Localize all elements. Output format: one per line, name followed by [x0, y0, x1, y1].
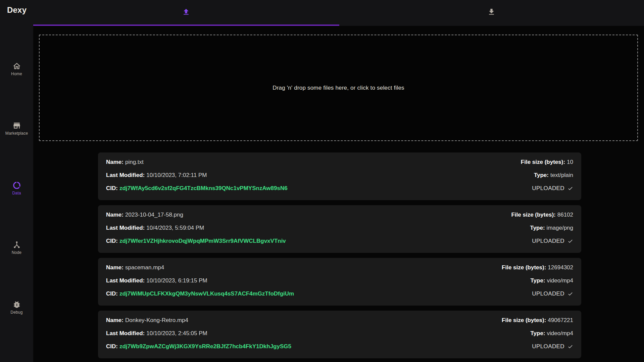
file-card: Name:ping.txt Last Modified:10/10/2023, … [98, 152, 581, 200]
file-card: Name:2023-10-04_17-58.png Last Modified:… [98, 205, 581, 253]
file-card-left: Name:spaceman.mp4 Last Modified:10/10/20… [106, 264, 294, 297]
file-cid-link[interactable]: zdj7WiMUpCLFKXkgQM3yNswVLKusq4sS7ACF4mGz… [119, 290, 294, 297]
file-status-row: UPLOADED [532, 290, 573, 297]
file-type-value: video/mp4 [547, 277, 573, 284]
home-icon [12, 62, 21, 71]
type-label: Type: [534, 172, 549, 178]
sidebar-item-label: Home [11, 72, 22, 76]
file-card-left: Name:2023-10-04_17-58.png Last Modified:… [106, 212, 286, 244]
file-name-row: Name:2023-10-04_17-58.png [106, 212, 286, 218]
status-badge: UPLOADED [532, 290, 564, 297]
file-size-value: 86102 [557, 212, 573, 218]
file-card-right: File size (bytes):10 Type:text/plain UPL… [521, 159, 573, 192]
file-status-row: UPLOADED [532, 343, 573, 350]
download-icon [487, 8, 496, 16]
cid-label: CID: [106, 238, 118, 244]
file-modified-value: 10/10/2023, 6:19:15 PM [146, 277, 207, 284]
file-modified-row: Last Modified:10/10/2023, 2:45:05 PM [106, 330, 291, 337]
app-logo: Dexy [0, 0, 33, 15]
file-size-value: 49067221 [548, 317, 573, 323]
file-size-value: 10 [567, 159, 573, 165]
file-cid-link[interactable]: zdj7Wfer1VZHjhkrovoDqjWpqMPmW3Srr9AfVWCL… [119, 238, 286, 244]
cid-label: CID: [106, 343, 118, 350]
file-cid-row: CID:zdj7Wb9ZpwAZCgWj3KGX9YsRRe2BJfZ7hcb4… [106, 343, 291, 350]
file-name-row: Name:Donkey-Kong-Retro.mp4 [106, 317, 291, 324]
file-type-value: text/plain [550, 172, 573, 178]
last-modified-label: Last Modified: [106, 172, 145, 178]
file-name-value: 2023-10-04_17-58.png [125, 212, 183, 218]
file-card-left: Name:ping.txt Last Modified:10/10/2023, … [106, 159, 288, 192]
file-modified-row: Last Modified:10/10/2023, 7:02:11 PM [106, 172, 288, 179]
upload-icon [182, 8, 190, 16]
sidebar-item-data[interactable]: Data [0, 181, 33, 195]
last-modified-label: Last Modified: [106, 225, 145, 231]
status-badge: UPLOADED [532, 343, 564, 350]
name-label: Name: [106, 264, 123, 271]
file-name-value: ping.txt [125, 159, 144, 165]
file-modified-value: 10/10/2023, 2:45:05 PM [146, 330, 207, 336]
sidebar-item-label: Node [12, 250, 22, 255]
name-label: Name: [106, 159, 123, 165]
last-modified-label: Last Modified: [106, 330, 145, 336]
file-type-value: image/png [547, 225, 573, 231]
file-size-value: 12694302 [548, 264, 573, 271]
check-icon [567, 186, 573, 191]
check-icon [567, 344, 573, 350]
tab-download[interactable] [339, 0, 644, 26]
file-status-row: UPLOADED [532, 238, 573, 244]
file-modified-value: 10/4/2023, 5:59:04 PM [146, 225, 204, 231]
file-modified-row: Last Modified:10/10/2023, 6:19:15 PM [106, 277, 294, 284]
cid-label: CID: [106, 290, 118, 297]
file-card-right: File size (bytes):49067221 Type:video/mp… [502, 317, 573, 350]
file-name-value: spaceman.mp4 [125, 264, 164, 271]
file-cid-link[interactable]: zdj7Wb9ZpwAZCgWj3KGX9YsRRe2BJfZ7hcb4FkY1… [119, 343, 291, 350]
file-name-row: Name:spaceman.mp4 [106, 264, 294, 271]
file-card-right: File size (bytes):86102 Type:image/png U… [511, 212, 573, 244]
name-label: Name: [106, 317, 123, 323]
check-icon [567, 291, 573, 297]
file-card: Name:Donkey-Kong-Retro.mp4 Last Modified… [98, 311, 581, 358]
file-type-row: Type:video/mp4 [530, 330, 573, 337]
file-size-label: File size (bytes): [502, 317, 546, 323]
file-name-row: Name:ping.txt [106, 159, 288, 166]
status-badge: UPLOADED [532, 185, 564, 192]
last-modified-label: Last Modified: [106, 277, 145, 284]
sidebar: Dexy Home Marketplace Data Node Debug [0, 0, 33, 362]
name-label: Name: [106, 212, 123, 218]
file-modified-value: 10/10/2023, 7:02:11 PM [146, 172, 207, 178]
file-card-left: Name:Donkey-Kong-Retro.mp4 Last Modified… [106, 317, 291, 350]
tab-upload[interactable] [33, 0, 339, 26]
file-size-label: File size (bytes): [511, 212, 555, 218]
sidebar-item-node[interactable]: Node [0, 240, 33, 255]
file-card-right: File size (bytes):12694302 Type:video/mp… [502, 264, 573, 297]
node-hub-icon [12, 240, 21, 249]
file-size-label: File size (bytes): [521, 159, 565, 165]
dropzone-text: Drag 'n' drop some files here, or click … [273, 85, 404, 91]
sidebar-item-home[interactable]: Home [0, 62, 33, 76]
file-dropzone[interactable]: Drag 'n' drop some files here, or click … [39, 35, 638, 141]
file-size-row: File size (bytes):86102 [511, 212, 573, 218]
file-cid-link[interactable]: zdj7WfAy5cd6v2sf2qFG4TzcBMkns39QNc1vPMYS… [119, 185, 288, 191]
file-type-value: video/mp4 [547, 330, 573, 336]
type-label: Type: [530, 277, 545, 284]
data-usage-icon [12, 181, 21, 190]
file-type-row: Type:video/mp4 [530, 277, 573, 284]
file-size-label: File size (bytes): [502, 264, 546, 271]
sidebar-item-label: Marketplace [5, 131, 28, 136]
file-size-row: File size (bytes):12694302 [502, 264, 573, 271]
status-badge: UPLOADED [532, 238, 564, 244]
file-type-row: Type:text/plain [534, 172, 573, 179]
sidebar-item-marketplace[interactable]: Marketplace [0, 121, 33, 136]
active-tab-indicator [33, 25, 339, 26]
file-status-row: UPLOADED [532, 185, 573, 192]
file-name-value: Donkey-Kong-Retro.mp4 [125, 317, 188, 323]
marketplace-icon [12, 121, 21, 130]
bug-icon [12, 300, 21, 309]
file-cid-row: CID:zdj7WfAy5cd6v2sf2qFG4TzcBMkns39QNc1v… [106, 185, 288, 192]
file-modified-row: Last Modified:10/4/2023, 5:59:04 PM [106, 225, 286, 231]
file-card: Name:spaceman.mp4 Last Modified:10/10/20… [98, 258, 581, 306]
sidebar-item-debug[interactable]: Debug [0, 300, 33, 315]
file-cid-row: CID:zdj7WiMUpCLFKXkgQM3yNswVLKusq4sS7ACF… [106, 290, 294, 297]
cid-label: CID: [106, 185, 118, 191]
check-icon [567, 238, 573, 244]
